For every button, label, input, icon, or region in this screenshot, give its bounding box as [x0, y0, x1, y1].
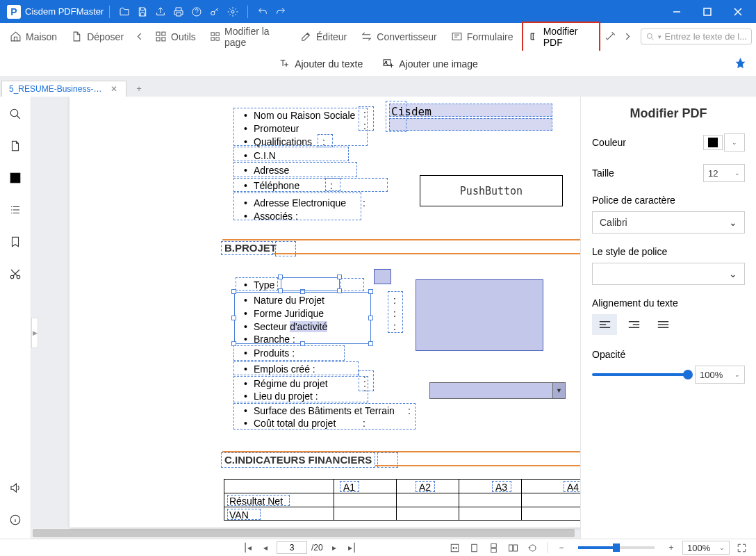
color-picker[interactable]: ⌄ — [703, 133, 745, 152]
field-label: Nom ou Raison Sociale — [254, 108, 355, 123]
single-page-icon[interactable] — [466, 541, 482, 555]
svg-rect-5 — [162, 32, 165, 35]
page-total: /20 — [311, 543, 323, 553]
collapse-left-icon[interactable]: ▶ — [31, 318, 38, 348]
share-icon[interactable] — [151, 3, 170, 21]
pin-button[interactable] — [734, 58, 746, 70]
print-icon[interactable] — [170, 3, 188, 21]
form-field[interactable] — [374, 269, 391, 284]
close-tab-icon[interactable]: ✕ — [109, 84, 119, 94]
close-button[interactable] — [723, 0, 753, 23]
cut-panel-icon[interactable] — [6, 265, 24, 283]
align-right-button[interactable] — [621, 314, 646, 335]
add-tab-button[interactable]: + — [131, 80, 147, 97]
sub-toolbar: Ajouter du texte Ajouter une image — [0, 51, 756, 77]
continuous-icon[interactable] — [486, 541, 501, 555]
svg-rect-11 — [216, 38, 219, 40]
align-justify-button[interactable] — [650, 314, 675, 335]
settings-icon[interactable] — [224, 3, 242, 21]
left-sidebar: A — [0, 97, 31, 539]
form-dropdown[interactable]: ▼ — [429, 382, 566, 399]
file-button[interactable]: Déposer — [65, 28, 129, 45]
two-page-icon[interactable] — [505, 541, 520, 555]
horizontal-scrollbar[interactable] — [31, 528, 569, 539]
font-style-select[interactable]: ⌄ — [592, 263, 745, 285]
svg-rect-7 — [162, 38, 165, 41]
field-label: Promoteur — [254, 122, 299, 136]
add-text-button[interactable]: Ajouter du texte — [278, 58, 363, 70]
editor-button[interactable]: Éditeur — [295, 28, 352, 45]
main-toolbar: Maison Déposer Outils Modifier la page É… — [0, 23, 756, 51]
modify-pdf-button[interactable]: Modifier PDF — [522, 22, 601, 52]
first-page-button[interactable]: ⎮◂ — [240, 541, 254, 555]
zoom-slider[interactable] — [578, 546, 655, 549]
page-input[interactable] — [277, 541, 307, 554]
svg-point-2 — [231, 10, 234, 13]
converter-button[interactable]: Convertisseur — [355, 28, 442, 45]
svg-rect-3 — [704, 8, 711, 15]
key-icon[interactable] — [206, 3, 224, 21]
field-label: Associés : — [254, 209, 298, 224]
nav-prev-button[interactable] — [132, 28, 147, 45]
help-icon[interactable] — [188, 3, 206, 21]
form-button[interactable]: Formulaire — [445, 28, 519, 45]
svg-point-1 — [211, 11, 215, 15]
modify-page-button[interactable]: Modifier la page — [204, 23, 292, 51]
size-select[interactable]: 12⌄ — [703, 164, 745, 182]
bookmark-panel-icon[interactable] — [6, 233, 24, 251]
outline-panel-icon[interactable] — [6, 201, 24, 219]
home-button[interactable]: Maison — [4, 28, 63, 45]
align-left-button[interactable] — [592, 314, 617, 335]
app-logo: P — [7, 5, 21, 19]
font-select[interactable]: Calibri⌄ — [592, 211, 745, 234]
tools-button[interactable]: Outils — [149, 28, 202, 45]
opacity-label: Opacité — [592, 349, 745, 360]
cisdem-text: Cisdem — [391, 104, 432, 120]
rotate-icon[interactable] — [525, 541, 540, 555]
svg-rect-8 — [211, 33, 214, 35]
search-panel-icon[interactable] — [6, 105, 24, 123]
search-input[interactable]: ▾Entrez le texte de l... — [641, 28, 752, 44]
add-image-button[interactable]: Ajouter une image — [382, 58, 478, 70]
svg-rect-27 — [513, 545, 517, 551]
svg-rect-4 — [156, 32, 160, 35]
align-label: Alignement du texte — [592, 297, 745, 309]
open-icon[interactable] — [115, 3, 133, 21]
opacity-slider[interactable] — [592, 373, 688, 376]
nav-next-button[interactable] — [621, 28, 635, 45]
zoom-select[interactable]: 100%⌄ — [682, 541, 730, 555]
sound-icon[interactable] — [6, 479, 24, 497]
text-panel-icon[interactable]: A — [6, 169, 24, 187]
field-label: C.I.N — [254, 149, 276, 163]
prev-page-button[interactable]: ◂ — [258, 541, 272, 555]
field-label: Qualifications — [254, 135, 312, 149]
last-page-button[interactable]: ▸⎮ — [345, 541, 359, 555]
pages-panel-icon[interactable] — [6, 137, 24, 155]
redo-icon[interactable] — [272, 3, 290, 21]
pushbutton-control[interactable]: PushButton — [420, 175, 563, 206]
svg-rect-10 — [211, 38, 214, 40]
svg-rect-26 — [509, 545, 512, 551]
fit-width-icon[interactable] — [447, 541, 462, 555]
minimize-button[interactable] — [662, 0, 692, 23]
form-field[interactable] — [416, 279, 543, 351]
zoom-out-button[interactable]: − — [554, 541, 568, 555]
save-icon[interactable] — [133, 3, 151, 21]
document-canvas[interactable]: ▶ ◀ Nom ou Raison Sociale Promoteur Qual… — [31, 97, 580, 539]
title-bar: P Cisdem PDFMaster — [0, 0, 756, 23]
panel-title: Modifier PDF — [592, 106, 745, 121]
wand-button[interactable] — [603, 28, 618, 45]
document-tab[interactable]: 5_RESUME-Business-... * ✕ — [1, 81, 126, 97]
next-page-button[interactable]: ▸ — [327, 541, 341, 555]
opacity-value[interactable]: 100%⌄ — [695, 366, 745, 384]
svg-text:A: A — [13, 174, 18, 183]
undo-icon[interactable] — [254, 3, 272, 21]
svg-point-13 — [648, 33, 652, 38]
fullscreen-icon[interactable] — [734, 541, 749, 555]
svg-rect-23 — [471, 544, 477, 552]
section-header: B.PROJET — [224, 242, 277, 254]
info-icon[interactable] — [6, 511, 24, 529]
zoom-in-button[interactable]: + — [664, 541, 678, 555]
svg-point-16 — [10, 109, 18, 117]
maximize-button[interactable] — [692, 0, 723, 23]
